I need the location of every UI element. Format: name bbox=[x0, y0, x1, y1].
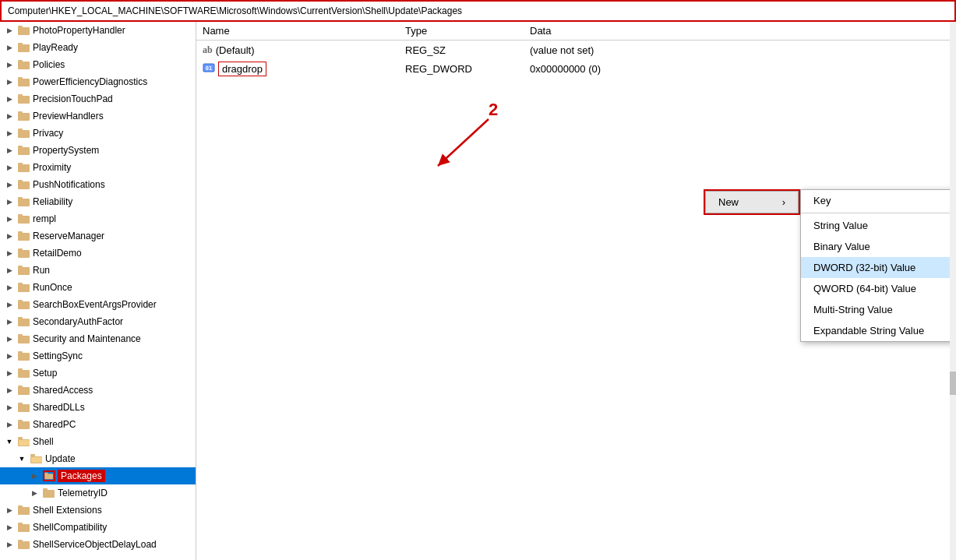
tree-item-ShellCompatibility[interactable]: ▶ ShellCompatibility bbox=[0, 519, 196, 536]
tree-item-SearchBoxEventArgsProvider[interactable]: ▶ SearchBoxEventArgsProvider bbox=[0, 296, 196, 313]
svg-rect-39 bbox=[18, 351, 23, 354]
dword-icon: 01 bbox=[203, 62, 215, 75]
svg-rect-55 bbox=[44, 473, 48, 474]
folder-closed-icon bbox=[18, 25, 30, 36]
scrollbar[interactable] bbox=[950, 22, 956, 560]
tree-label: Setup bbox=[33, 368, 57, 379]
expand-icon: ▶ bbox=[3, 127, 16, 139]
tree-label: SettingSync bbox=[33, 350, 83, 361]
tree-item-Shell[interactable]: ▼ Shell bbox=[0, 433, 196, 450]
svg-rect-41 bbox=[18, 368, 23, 371]
new-button-label: New bbox=[718, 196, 739, 208]
expand-icon: ▶ bbox=[3, 178, 16, 191]
new-button-wrapper: New › bbox=[704, 189, 800, 215]
tree-item-TelemetryID[interactable]: ▶ TelemetryID bbox=[0, 484, 196, 502]
tree-item-RunOnce[interactable]: ▶ RunOnce bbox=[0, 279, 196, 296]
tree-item-ShellExtensions[interactable]: ▶ Shell Extensions bbox=[0, 502, 196, 519]
submenu-item-string-value[interactable]: String Value bbox=[801, 215, 955, 236]
folder-closed-icon bbox=[18, 299, 30, 310]
tree-item-PlayReady[interactable]: ▶ PlayReady bbox=[0, 39, 196, 56]
tree-item-SecurityAndMaintenance[interactable]: ▶ Security and Maintenance bbox=[0, 330, 196, 347]
tree-item-PushNotifications[interactable]: ▶ PushNotifications bbox=[0, 176, 196, 193]
tree-item-Privacy[interactable]: ▶ Privacy bbox=[0, 125, 196, 142]
expand-icon: ▶ bbox=[3, 538, 16, 551]
tree-item-PowerEfficiencyDiagnostics[interactable]: ▶ PowerEfficiencyDiagnostics bbox=[0, 73, 196, 90]
tree-item-SecondaryAuthFactor[interactable]: ▶ SecondaryAuthFactor bbox=[0, 313, 196, 330]
tree-label: SearchBoxEventArgsProvider bbox=[33, 299, 157, 310]
folder-closed-icon bbox=[18, 128, 30, 139]
expand-icon: ▶ bbox=[3, 298, 16, 311]
submenu-item-dword-value[interactable]: DWORD (32-bit) Value bbox=[801, 257, 955, 278]
svg-rect-42 bbox=[18, 387, 30, 395]
submenu-item-multi-string[interactable]: Multi-String Value bbox=[801, 299, 955, 320]
svg-rect-35 bbox=[18, 317, 23, 319]
expand-icon: ▶ bbox=[3, 264, 16, 276]
svg-rect-21 bbox=[18, 197, 23, 199]
tree-item-SettingSync[interactable]: ▶ SettingSync bbox=[0, 347, 196, 365]
address-bar[interactable]: Computer\HKEY_LOCAL_MACHINE\SOFTWARE\Mic… bbox=[0, 0, 956, 22]
table-row-dragdrop[interactable]: 01 dragdrop REG_DWORD 0x00000000 (0) bbox=[196, 59, 956, 78]
tree-item-PrecisionTouchPad[interactable]: ▶ PrecisionTouchPad bbox=[0, 90, 196, 107]
submenu-item-key[interactable]: Key bbox=[801, 190, 955, 211]
tree-item-SharedDLLs[interactable]: ▶ SharedDLLs bbox=[0, 399, 196, 416]
tree-item-PreviewHandlers[interactable]: ▶ PreviewHandlers bbox=[0, 107, 196, 125]
tree-item-Setup[interactable]: ▶ Setup bbox=[0, 365, 196, 382]
row-name-dragdrop: 01 dragdrop bbox=[203, 62, 405, 76]
tree-item-RetailDemo[interactable]: ▶ RetailDemo bbox=[0, 245, 196, 262]
tree-item-PropertySystem[interactable]: ▶ PropertySystem bbox=[0, 142, 196, 159]
dragdrop-value-name: dragdrop bbox=[218, 62, 266, 76]
svg-rect-56 bbox=[43, 490, 55, 498]
svg-rect-58 bbox=[18, 507, 30, 515]
svg-rect-14 bbox=[18, 147, 30, 155]
expand-icon: ▶ bbox=[3, 401, 16, 414]
tree-label: rempl bbox=[33, 213, 56, 224]
tree-item-SharedPC[interactable]: ▶ SharedPC bbox=[0, 416, 196, 433]
tree-item-PhotoPropertyHandler[interactable]: ▶ PhotoPropertyHandler bbox=[0, 22, 196, 39]
svg-rect-13 bbox=[18, 129, 23, 131]
tree-item-ShellServiceObjectDelayLoad[interactable]: ▶ ShellServiceObjectDelayLoad bbox=[0, 536, 196, 553]
folder-closed-icon bbox=[18, 42, 30, 53]
expand-icon: ▶ bbox=[3, 333, 16, 345]
svg-rect-26 bbox=[18, 250, 30, 258]
tree-label: Packages bbox=[58, 470, 105, 482]
tree-item-ReserveManager[interactable]: ▶ ReserveManager bbox=[0, 227, 196, 245]
submenu-item-binary-value[interactable]: Binary Value bbox=[801, 236, 955, 257]
tree-item-SharedAccess[interactable]: ▶ SharedAccess bbox=[0, 382, 196, 399]
scrollbar-thumb[interactable] bbox=[950, 372, 956, 395]
row-type-default: REG_SZ bbox=[405, 44, 530, 56]
tree-item-Reliability[interactable]: ▶ Reliability bbox=[0, 193, 196, 210]
folder-closed-icon bbox=[18, 213, 30, 224]
submenu-item-qword-value[interactable]: QWORD (64-bit) Value bbox=[801, 278, 955, 299]
tree-label: PrecisionTouchPad bbox=[33, 93, 113, 104]
expand-icon: ▶ bbox=[3, 58, 16, 71]
tree-item-Update[interactable]: ▼ Update bbox=[0, 450, 196, 467]
tree-label: ShellServiceObjectDelayLoad bbox=[33, 539, 157, 550]
folder-closed-icon bbox=[18, 333, 30, 344]
svg-text:01: 01 bbox=[206, 65, 212, 72]
folder-open-icon bbox=[30, 453, 43, 464]
tree-label: PreviewHandlers bbox=[33, 111, 104, 122]
tree-item-Proximity[interactable]: ▶ Proximity bbox=[0, 159, 196, 176]
svg-rect-54 bbox=[44, 474, 53, 479]
svg-rect-27 bbox=[18, 248, 23, 251]
table-row-default[interactable]: ab (Default) REG_SZ (value not set) bbox=[196, 41, 956, 59]
svg-rect-8 bbox=[18, 96, 30, 104]
submenu-item-expandable-string[interactable]: Expandable String Value bbox=[801, 320, 955, 341]
tree-label: SharedAccess bbox=[33, 385, 93, 396]
tree-label: PowerEfficiencyDiagnostics bbox=[33, 76, 147, 87]
svg-rect-63 bbox=[18, 540, 23, 542]
expand-icon: ▶ bbox=[3, 144, 16, 157]
expand-icon: ▼ bbox=[16, 453, 28, 465]
tree-item-Policies[interactable]: ▶ Policies bbox=[0, 56, 196, 73]
tree-label: Run bbox=[33, 265, 50, 276]
svg-rect-15 bbox=[18, 146, 23, 148]
tree-item-Packages[interactable]: ▶ Packages bbox=[0, 467, 196, 484]
expand-icon: ▶ bbox=[28, 470, 41, 482]
svg-rect-28 bbox=[18, 267, 30, 275]
expand-icon: ▶ bbox=[3, 76, 16, 88]
new-button[interactable]: New › bbox=[705, 191, 799, 213]
svg-rect-37 bbox=[18, 334, 23, 336]
svg-rect-61 bbox=[18, 523, 23, 525]
tree-item-rempl[interactable]: ▶ rempl bbox=[0, 210, 196, 227]
tree-item-Run[interactable]: ▶ Run bbox=[0, 262, 196, 279]
